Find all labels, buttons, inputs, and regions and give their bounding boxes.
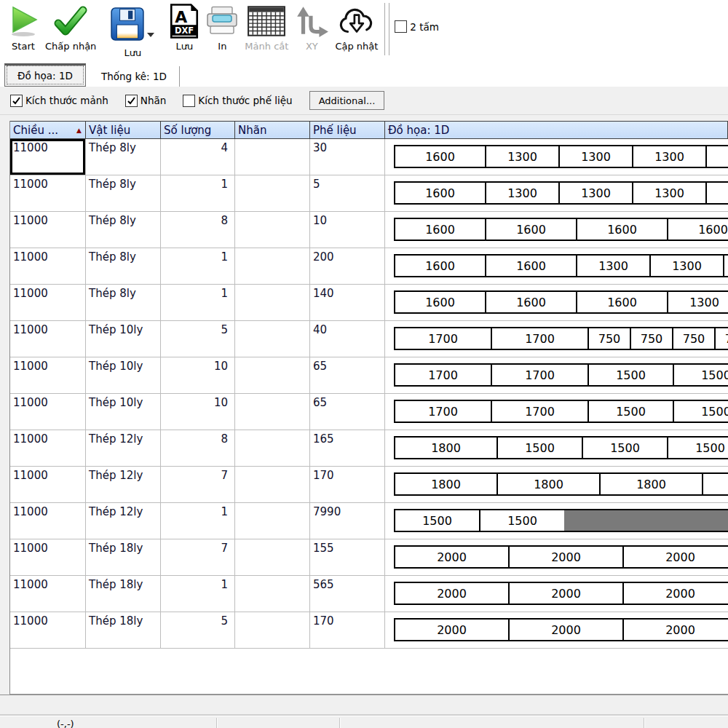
tab-do-hoa-1d[interactable]: Đồ họa: 1D — [4, 63, 86, 87]
cell-label[interactable] — [235, 576, 310, 612]
cell-scrap[interactable]: 40 — [310, 321, 385, 357]
cell-length[interactable]: 11000 — [10, 503, 86, 539]
table-row[interactable]: 11000Thép 18ly1565200020002000 — [10, 576, 728, 612]
cell-length[interactable]: 11000 — [10, 212, 86, 248]
cell-length[interactable]: 11000 — [10, 285, 86, 320]
cell-scrap[interactable]: 155 — [310, 539, 385, 575]
tab-thong-ke-1d[interactable]: Thống kê: 1D — [89, 66, 180, 87]
cell-quantity[interactable]: 4 — [161, 139, 235, 175]
table-row[interactable]: 11000Thép 8ly1516001300130013001300 — [10, 175, 728, 212]
table-row[interactable]: 11000Thép 10ly54017001700750750750750 — [10, 321, 728, 357]
cell-length[interactable]: 11000 — [10, 175, 86, 211]
cell-cutting-diagram[interactable]: 15001500 — [385, 503, 728, 539]
cell-label[interactable] — [235, 285, 310, 320]
cell-material[interactable]: Thép 8ly — [86, 285, 161, 320]
cell-length[interactable]: 11000 — [10, 321, 86, 357]
cell-label[interactable] — [235, 430, 310, 466]
header-scrap[interactable]: Phế liệu — [310, 122, 385, 138]
cell-cutting-diagram[interactable]: 1600160016001600 — [385, 212, 728, 248]
additional-button[interactable]: Additional... — [309, 91, 385, 110]
header-label[interactable]: Nhãn — [235, 122, 310, 138]
cell-label[interactable] — [235, 321, 310, 357]
two-sheets-checkbox[interactable]: 2 tấm — [395, 20, 439, 33]
scrap-size-checkbox[interactable]: Kích thước phế liệu — [183, 95, 292, 107]
cell-length[interactable]: 11000 — [10, 357, 86, 393]
cell-quantity[interactable]: 5 — [161, 612, 235, 648]
table-row[interactable]: 11000Thép 18ly7155200020002000 — [10, 539, 728, 576]
cell-label[interactable] — [235, 612, 310, 648]
header-graphic[interactable]: Đồ họa: 1D — [385, 122, 728, 138]
cell-scrap[interactable]: 7990 — [310, 503, 385, 539]
table-row[interactable]: 11000Thép 12ly71701800180018001800 — [10, 467, 728, 503]
cell-scrap[interactable]: 65 — [310, 357, 385, 393]
cell-length[interactable]: 11000 — [10, 139, 86, 175]
cell-material[interactable]: Thép 8ly — [86, 139, 161, 175]
cell-length[interactable]: 11000 — [10, 248, 86, 284]
cell-material[interactable]: Thép 18ly — [86, 612, 161, 648]
table-row[interactable]: 11000Thép 8ly114016001600160013001300 — [10, 285, 728, 321]
cell-material[interactable]: Thép 8ly — [86, 248, 161, 284]
cell-quantity[interactable]: 7 — [161, 539, 235, 575]
cell-label[interactable] — [235, 503, 310, 539]
cell-label[interactable] — [235, 212, 310, 248]
cell-scrap[interactable]: 200 — [310, 248, 385, 284]
cell-label[interactable] — [235, 467, 310, 502]
cell-cutting-diagram[interactable]: 17001700750750750750 — [385, 321, 728, 357]
save-button[interactable]: Lưu — [99, 0, 166, 61]
cell-length[interactable]: 11000 — [10, 539, 86, 575]
cell-cutting-diagram[interactable]: 1700170015001500 — [385, 394, 728, 430]
cell-scrap[interactable]: 165 — [310, 430, 385, 466]
cell-quantity[interactable]: 1 — [161, 248, 235, 284]
start-button[interactable]: Start — [4, 0, 42, 61]
cell-length[interactable]: 11000 — [10, 430, 86, 466]
header-quantity[interactable]: Số lượng — [161, 122, 235, 138]
cell-material[interactable]: Thép 10ly — [86, 357, 161, 393]
save-dxf-button[interactable]: A DXF Lưu — [166, 0, 202, 61]
cell-cutting-diagram[interactable]: 16001600130013001300 — [385, 248, 728, 284]
cell-label[interactable] — [235, 248, 310, 284]
cell-scrap[interactable]: 5 — [310, 175, 385, 211]
cell-material[interactable]: Thép 12ly — [86, 430, 161, 466]
label-checkbox[interactable]: Nhãn — [125, 95, 166, 107]
cell-quantity[interactable]: 1 — [161, 175, 235, 211]
update-button[interactable]: Cập nhật — [332, 0, 381, 61]
cell-cutting-diagram[interactable]: 200020002000 — [385, 612, 728, 648]
cell-label[interactable] — [235, 175, 310, 211]
cell-scrap[interactable]: 170 — [310, 467, 385, 502]
table-row[interactable]: 11000Thép 12ly81651800150015001500 — [10, 430, 728, 467]
header-length[interactable]: Chiều ... ▲ — [10, 122, 86, 138]
save-dropdown-arrow[interactable] — [147, 33, 154, 37]
cell-cutting-diagram[interactable]: 16001600160013001300 — [385, 285, 728, 320]
cell-label[interactable] — [235, 357, 310, 393]
cell-material[interactable]: Thép 18ly — [86, 539, 161, 575]
table-row[interactable]: 11000Thép 8ly43016001300130013001300 — [10, 139, 728, 175]
cell-scrap[interactable]: 30 — [310, 139, 385, 175]
cell-length[interactable]: 11000 — [10, 612, 86, 648]
cell-cutting-diagram[interactable]: 200020002000 — [385, 539, 728, 575]
header-material[interactable]: Vật liệu — [86, 122, 161, 138]
cell-length[interactable]: 11000 — [10, 394, 86, 430]
table-row[interactable]: 11000Thép 8ly8101600160016001600 — [10, 212, 728, 248]
cell-quantity[interactable]: 5 — [161, 321, 235, 357]
cell-material[interactable]: Thép 10ly — [86, 394, 161, 430]
cell-scrap[interactable]: 10 — [310, 212, 385, 248]
cell-cutting-diagram[interactable]: 1800150015001500 — [385, 430, 728, 466]
cell-quantity[interactable]: 8 — [161, 430, 235, 466]
cell-cutting-diagram[interactable]: 200020002000 — [385, 576, 728, 612]
xy-button[interactable]: XY — [291, 0, 332, 61]
cell-material[interactable]: Thép 12ly — [86, 467, 161, 502]
cell-cutting-diagram[interactable]: 16001300130013001300 — [385, 139, 728, 175]
cell-length[interactable]: 11000 — [10, 576, 86, 612]
cell-cutting-diagram[interactable]: 1800180018001800 — [385, 467, 728, 502]
cell-scrap[interactable]: 170 — [310, 612, 385, 648]
table-row[interactable]: 11000Thép 12ly1799015001500 — [10, 503, 728, 539]
cell-quantity[interactable]: 1 — [161, 503, 235, 539]
piece-size-checkbox[interactable]: Kích thước mảnh — [10, 95, 108, 107]
cell-material[interactable]: Thép 12ly — [86, 503, 161, 539]
table-row[interactable]: 11000Thép 10ly10651700170015001500 — [10, 357, 728, 394]
cell-quantity[interactable]: 7 — [161, 467, 235, 502]
cell-scrap[interactable]: 565 — [310, 576, 385, 612]
cut-pieces-button[interactable]: Mảnh cắt — [242, 0, 291, 61]
cell-label[interactable] — [235, 394, 310, 430]
cell-quantity[interactable]: 1 — [161, 285, 235, 320]
